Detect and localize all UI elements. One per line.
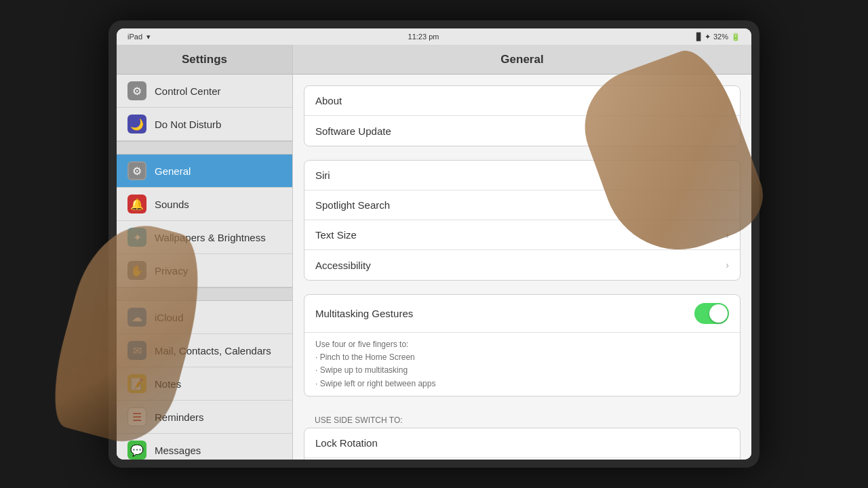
side-switch-group: Lock Rotation Mute ✓	[304, 428, 741, 460]
privacy-icon: ✋	[127, 261, 146, 280]
sidebar-item-do-not-disturb[interactable]: 🌙 Do Not Disturb	[117, 108, 292, 141]
multitasking-group: Multitasking Gestures Use four or five f…	[304, 294, 741, 396]
main-content: Settings ⚙ Control Center 🌙 Do Not Distu…	[117, 45, 751, 460]
spotlight-search-row[interactable]: Spotlight Search	[304, 190, 740, 220]
multitasking-label: Multitasking Gestures	[315, 308, 694, 319]
accessibility-chevron: ›	[726, 260, 729, 270]
mute-row[interactable]: Mute ✓	[304, 458, 740, 460]
sidebar-item-icloud[interactable]: ☁ iCloud	[117, 301, 292, 334]
sidebar-item-sounds[interactable]: 🔔 Sounds	[117, 188, 292, 221]
sidebar-group-2: ⚙ General 🔔 Sounds ✦ Wallpapers & Bright…	[117, 155, 292, 287]
bluetooth-icon: ✦	[705, 33, 711, 41]
sidebar-item-label-icloud: iCloud	[155, 312, 184, 323]
multitasking-toggle[interactable]	[694, 303, 729, 324]
sounds-icon: 🔔	[127, 195, 146, 214]
sidebar-title: Settings	[182, 53, 227, 66]
sidebar-item-label-sounds: Sounds	[155, 199, 189, 210]
ipad-screen: iPad ▾ 11:23 pm ▊ ✦ 32% 🔋 Settings	[117, 28, 751, 460]
multitasking-description: Use four or five fingers to: · Pinch to …	[304, 333, 740, 396]
do-not-disturb-icon: 🌙	[127, 115, 146, 134]
siri-label: Siri	[315, 169, 729, 181]
about-row[interactable]: About	[304, 86, 740, 116]
about-label: About	[315, 95, 729, 106]
detail-header: General	[293, 45, 751, 75]
sidebar-item-general[interactable]: ⚙ General	[117, 155, 292, 188]
lock-rotation-label: Lock Rotation	[315, 437, 729, 449]
siri-group: Siri Spotlight Search Text Size › Access…	[304, 160, 741, 281]
notes-icon: 📝	[127, 374, 146, 393]
sidebar-item-messages[interactable]: 💬 Messages	[117, 434, 292, 460]
software-update-row[interactable]: Software Update	[304, 116, 740, 146]
sidebar-group-3: ☁ iCloud ✉ Mail, Contacts, Calendars 📝 N…	[117, 301, 292, 460]
use-side-switch-header: USE SIDE SWITCH TO:	[304, 410, 741, 428]
accessibility-label: Accessibility	[315, 260, 726, 271]
sidebar-item-label-reminders: Reminders	[155, 411, 204, 423]
device-label: iPad	[127, 33, 142, 41]
text-size-row[interactable]: Text Size ›	[304, 220, 740, 250]
sidebar: Settings ⚙ Control Center 🌙 Do Not Distu…	[117, 45, 293, 460]
sidebar-item-privacy[interactable]: ✋ Privacy	[117, 254, 292, 287]
about-group: About Software Update	[304, 85, 741, 146]
messages-icon: 💬	[127, 441, 146, 460]
battery-icon: 🔋	[731, 33, 741, 41]
reminders-icon: ☰	[127, 407, 146, 426]
sidebar-item-label-mail: Mail, Contacts, Calendars	[155, 345, 271, 357]
ipad-frame: iPad ▾ 11:23 pm ▊ ✦ 32% 🔋 Settings	[108, 20, 760, 468]
status-right: ▊ ✦ 32% 🔋	[696, 33, 741, 41]
sidebar-separator-1	[117, 141, 292, 155]
siri-row[interactable]: Siri	[304, 161, 740, 190]
icloud-icon: ☁	[127, 308, 146, 327]
sidebar-item-label-privacy: Privacy	[155, 265, 188, 277]
control-center-icon: ⚙	[127, 81, 146, 100]
general-icon: ⚙	[127, 161, 146, 180]
sidebar-item-mail[interactable]: ✉ Mail, Contacts, Calendars	[117, 334, 292, 367]
sidebar-item-label-do-not-disturb: Do Not Disturb	[155, 119, 221, 130]
multitasking-row[interactable]: Multitasking Gestures	[304, 295, 740, 333]
sidebar-item-label-notes: Notes	[155, 378, 181, 390]
sidebar-item-label-control-center: Control Center	[155, 85, 221, 97]
signal-icon: ▊	[696, 33, 702, 41]
detail-content: About Software Update Siri Spotlight Sea…	[293, 75, 751, 460]
sidebar-item-control-center[interactable]: ⚙ Control Center	[117, 75, 292, 108]
sidebar-list: ⚙ Control Center 🌙 Do Not Disturb ⚙	[117, 75, 292, 460]
sidebar-separator-2	[117, 287, 292, 301]
accessibility-row[interactable]: Accessibility ›	[304, 250, 740, 280]
text-size-label: Text Size	[315, 229, 726, 241]
wifi-icon: ▾	[146, 33, 151, 41]
detail-title: General	[500, 53, 543, 66]
sidebar-item-label-general: General	[155, 165, 191, 177]
sidebar-item-label-messages: Messages	[155, 445, 201, 456]
status-time: 11:23 pm	[408, 33, 439, 41]
sidebar-group-1: ⚙ Control Center 🌙 Do Not Disturb	[117, 75, 292, 141]
sidebar-item-wallpapers[interactable]: ✦ Wallpapers & Brightness	[117, 221, 292, 254]
sidebar-item-notes[interactable]: 📝 Notes	[117, 367, 292, 401]
mail-icon: ✉	[127, 341, 146, 360]
sidebar-item-label-wallpapers: Wallpapers & Brightness	[155, 232, 266, 243]
status-left: iPad ▾	[127, 33, 151, 41]
wallpapers-icon: ✦	[127, 228, 146, 247]
lock-rotation-row[interactable]: Lock Rotation	[304, 428, 740, 458]
toggle-knob	[709, 304, 728, 323]
sidebar-header: Settings	[117, 45, 292, 75]
spotlight-search-label: Spotlight Search	[315, 199, 729, 211]
text-size-chevron: ›	[726, 230, 729, 241]
sidebar-item-reminders[interactable]: ☰ Reminders	[117, 401, 292, 434]
software-update-label: Software Update	[315, 125, 729, 137]
detail-pane: General About Software Update	[293, 45, 751, 460]
status-bar: iPad ▾ 11:23 pm ▊ ✦ 32% 🔋	[117, 28, 751, 45]
battery-label: 32%	[713, 33, 728, 41]
